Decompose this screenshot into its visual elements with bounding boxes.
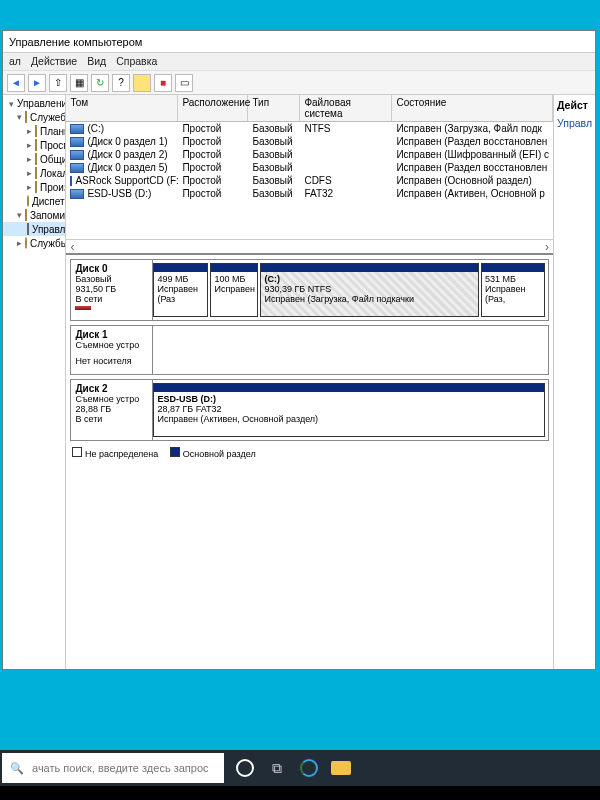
disk-0-partition-2[interactable]: 100 МБИсправен: [210, 263, 258, 317]
disk-0-name: Диск 0: [75, 263, 148, 274]
computer-management-window: Управление компьютером ал Действие Вид С…: [2, 30, 596, 670]
search-icon: 🔍: [10, 762, 24, 775]
table-row[interactable]: (Диск 0 раздел 2)ПростойБазовыйИсправен …: [66, 148, 553, 161]
table-row[interactable]: ESD-USB (D:)ПростойБазовыйFAT32Исправен …: [66, 187, 553, 200]
hdd-icon: [75, 306, 91, 310]
table-row[interactable]: (Диск 0 раздел 5)ПростойБазовыйИсправен …: [66, 161, 553, 174]
legend-primary-icon: [170, 447, 180, 457]
tree-storage[interactable]: ▾Запоминающие устройст: [3, 208, 65, 222]
table-row[interactable]: (C:)ПростойБазовыйNTFSИсправен (Загрузка…: [66, 122, 553, 135]
up-button[interactable]: ⇧: [49, 74, 67, 92]
disk-1-info: Диск 1 Съемное устро Нет носителя: [71, 326, 153, 374]
folder-icon: [25, 111, 27, 123]
explorer-button[interactable]: [330, 757, 352, 779]
disk-0-row[interactable]: Диск 0 Базовый 931,50 ГБ В сети 499 МБИс…: [70, 259, 549, 321]
menubar: ал Действие Вид Справка: [3, 53, 595, 71]
col-volume[interactable]: Том: [66, 95, 178, 121]
disk-icon: [27, 223, 29, 235]
main-panel: Том Расположение Тип Файловая система Со…: [66, 95, 553, 669]
cortana-button[interactable]: [234, 757, 256, 779]
col-layout[interactable]: Расположение: [178, 95, 248, 121]
titlebar[interactable]: Управление компьютером: [3, 31, 595, 53]
tool-button-1[interactable]: [133, 74, 151, 92]
volume-icon: [70, 163, 84, 173]
toolbar: ◄ ► ⇧ ▦ ↻ ? ■ ▭: [3, 71, 595, 95]
clock-icon: [35, 125, 37, 137]
volume-icon: [70, 150, 84, 160]
tool-button-3[interactable]: ▭: [175, 74, 193, 92]
volume-list[interactable]: Том Расположение Тип Файловая система Со…: [66, 95, 553, 255]
services-icon: [25, 237, 27, 249]
monitor-bezel: [0, 786, 600, 800]
refresh-button[interactable]: ↻: [91, 74, 109, 92]
tree-device-manager[interactable]: Диспетчер устройств: [3, 194, 65, 208]
nav-tree[interactable]: ▾Управление компьютером (л ▾Служебные пр…: [3, 95, 66, 669]
volume-icon: [70, 137, 84, 147]
cortana-icon: [236, 759, 254, 777]
tree-event-viewer[interactable]: ▸Просмотр событий: [3, 138, 65, 152]
tree-local-users[interactable]: ▸Локальные пользовател: [3, 166, 65, 180]
props-button[interactable]: ▦: [70, 74, 88, 92]
menu-action[interactable]: Действие: [31, 55, 77, 68]
table-row[interactable]: ASRock SupportCD (F:)ПростойБазовыйCDFSИ…: [66, 174, 553, 187]
disk-1-name: Диск 1: [75, 329, 148, 340]
tree-shared-folders[interactable]: ▸Общие папки: [3, 152, 65, 166]
users-icon: [35, 167, 37, 179]
legend-unallocated-icon: [72, 447, 82, 457]
device-icon: [27, 195, 29, 207]
perf-icon: [35, 181, 37, 193]
search-input[interactable]: 🔍 ачать поиск, введите здесь запрос: [2, 753, 224, 783]
menu-help[interactable]: Справка: [116, 55, 157, 68]
disk-graphical-view: Диск 0 Базовый 931,50 ГБ В сети 499 МБИс…: [66, 255, 553, 669]
tool-button-2[interactable]: ■: [154, 74, 172, 92]
actions-header: Дейст: [557, 99, 592, 111]
col-type[interactable]: Тип: [248, 95, 300, 121]
volume-icon: [70, 176, 72, 186]
content-area: ▾Управление компьютером (л ▾Служебные пр…: [3, 95, 595, 669]
disk-0-partition-4[interactable]: 531 МБИсправен (Раз,: [481, 263, 545, 317]
storage-icon: [25, 209, 27, 221]
list-scrollbar[interactable]: ‹›: [66, 239, 553, 253]
folder-icon: [331, 761, 351, 775]
window-title: Управление компьютером: [9, 36, 142, 48]
disk-2-name: Диск 2: [75, 383, 148, 394]
table-row[interactable]: (Диск 0 раздел 1)ПростойБазовыйИсправен …: [66, 135, 553, 148]
task-view-button[interactable]: ⧉: [266, 757, 288, 779]
taskbar[interactable]: 🔍 ачать поиск, введите здесь запрос ⧉: [0, 750, 600, 786]
disk-2-row[interactable]: Диск 2 Съемное устро 28,88 ГБ В сети ESD…: [70, 379, 549, 441]
search-placeholder: ачать поиск, введите здесь запрос: [32, 762, 209, 774]
back-button[interactable]: ◄: [7, 74, 25, 92]
tree-system-tools[interactable]: ▾Служебные программы: [3, 110, 65, 124]
tree-disk-management[interactable]: Управление дисками: [3, 222, 65, 236]
help-button[interactable]: ?: [112, 74, 130, 92]
menu-file[interactable]: ал: [9, 55, 21, 68]
tree-performance[interactable]: ▸Производительность: [3, 180, 65, 194]
col-filesystem[interactable]: Файловая система: [300, 95, 392, 121]
tree-root[interactable]: ▾Управление компьютером (л: [3, 97, 65, 110]
disk-2-partition-1[interactable]: ESD-USB (D:)28,87 ГБ FAT32Исправен (Акти…: [153, 383, 545, 437]
volume-icon: [70, 189, 84, 199]
actions-pane: Дейст Управл: [553, 95, 595, 669]
tree-services-apps[interactable]: ▸Службы и приложения: [3, 236, 65, 250]
disk-0-partition-1[interactable]: 499 МБИсправен (Раз: [153, 263, 208, 317]
actions-link[interactable]: Управл: [557, 115, 592, 131]
volume-icon: [70, 124, 84, 134]
disk-2-info: Диск 2 Съемное устро 28,88 ГБ В сети: [71, 380, 153, 440]
book-icon: [35, 139, 37, 151]
tree-task-scheduler[interactable]: ▸Планировщик заданий: [3, 124, 65, 138]
folder-icon: [35, 153, 37, 165]
disk-0-info: Диск 0 Базовый 931,50 ГБ В сети: [71, 260, 153, 320]
edge-icon: [300, 759, 318, 777]
disk-0-partition-c[interactable]: (C:)930,39 ГБ NTFSИсправен (Загрузка, Фа…: [260, 263, 479, 317]
menu-view[interactable]: Вид: [87, 55, 106, 68]
edge-button[interactable]: [298, 757, 320, 779]
col-status[interactable]: Состояние: [392, 95, 553, 121]
forward-button[interactable]: ►: [28, 74, 46, 92]
disk-1-row[interactable]: Диск 1 Съемное устро Нет носителя: [70, 325, 549, 375]
column-headers[interactable]: Том Расположение Тип Файловая система Со…: [66, 95, 553, 122]
legend: Не распределена Основной раздел: [66, 445, 553, 461]
